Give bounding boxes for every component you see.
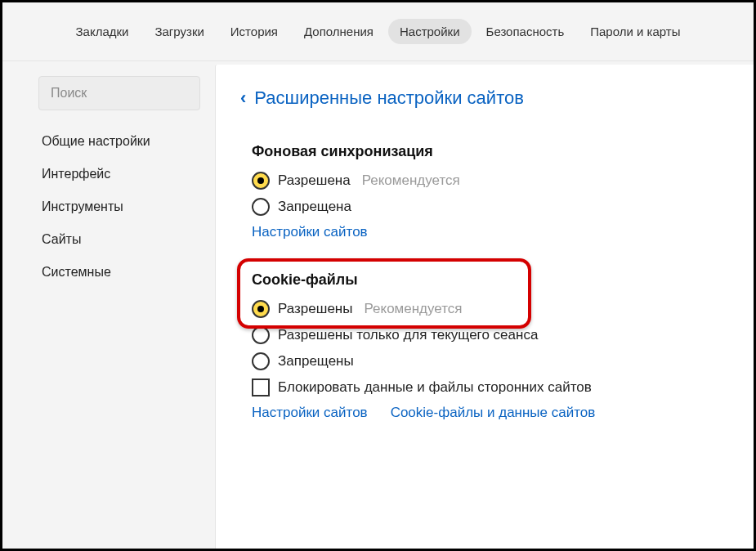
radio-icon <box>252 198 270 216</box>
settings-main: ‹ Расширенные настройки сайтов Фоновая с… <box>215 65 754 549</box>
bg-sync-denied-label: Запрещена <box>278 199 351 215</box>
sidebar-item-sites[interactable]: Сайты <box>38 223 200 256</box>
bg-sync-sites-link[interactable]: Настройки сайтов <box>252 224 368 240</box>
section-cookies: Cookie-файлы Разрешены Рекомендуется Раз… <box>252 271 729 421</box>
sidebar-item-system[interactable]: Системные <box>38 256 200 289</box>
tab-history[interactable]: История <box>219 19 289 44</box>
sidebar-item-interface[interactable]: Интерфейс <box>38 158 200 190</box>
bg-sync-denied-row[interactable]: Запрещена <box>252 198 729 216</box>
tab-bookmarks[interactable]: Закладки <box>65 19 141 44</box>
radio-icon <box>252 300 270 318</box>
cookies-sites-link[interactable]: Настройки сайтов <box>252 405 368 421</box>
settings-sidebar: Общие настройки Интерфейс Инструменты Са… <box>2 65 215 549</box>
cookies-session-label: Разрешены только для текущего сеанса <box>278 327 538 343</box>
bg-sync-allowed-row[interactable]: Разрешена Рекомендуется <box>252 172 729 190</box>
bg-sync-allowed-hint: Рекомендуется <box>362 172 460 189</box>
tab-downloads[interactable]: Загрузки <box>143 19 215 44</box>
cookies-block3p-row[interactable]: Блокировать данные и файлы сторонних сай… <box>252 379 729 396</box>
cookies-session-row[interactable]: Разрешены только для текущего сеанса <box>252 326 729 344</box>
radio-icon <box>252 172 270 190</box>
tab-security[interactable]: Безопасность <box>475 19 576 44</box>
bg-sync-title: Фоновая синхронизация <box>252 143 729 160</box>
tab-settings[interactable]: Настройки <box>388 19 472 44</box>
search-input[interactable] <box>38 76 200 110</box>
cookies-denied-row[interactable]: Запрещены <box>252 352 729 370</box>
section-bg-sync: Фоновая синхронизация Разрешена Рекоменд… <box>252 143 729 240</box>
highlight-callout <box>237 258 531 329</box>
tab-passwords[interactable]: Пароли и карты <box>579 19 691 44</box>
back-link[interactable]: ‹ Расширенные настройки сайтов <box>240 87 729 109</box>
sidebar-item-tools[interactable]: Инструменты <box>38 190 200 223</box>
checkbox-icon <box>252 379 270 396</box>
cookies-block3p-label: Блокировать данные и файлы сторонних сай… <box>278 379 592 396</box>
radio-icon <box>252 352 270 370</box>
cookies-denied-label: Запрещены <box>278 353 354 370</box>
bg-sync-allowed-label: Разрешена <box>278 172 351 189</box>
radio-icon <box>252 326 270 344</box>
cookies-allowed-row[interactable]: Разрешены Рекомендуется <box>252 300 729 318</box>
tab-addons[interactable]: Дополнения <box>293 19 385 44</box>
page-title: Расширенные настройки сайтов <box>254 87 524 109</box>
chevron-left-icon: ‹ <box>240 89 246 107</box>
cookies-data-link[interactable]: Cookie-файлы и данные сайтов <box>391 405 596 421</box>
sidebar-item-general[interactable]: Общие настройки <box>38 125 200 158</box>
top-nav: Закладки Загрузки История Дополнения Нас… <box>2 2 754 61</box>
cookies-title: Cookie-файлы <box>252 271 729 289</box>
cookies-allowed-hint: Рекомендуется <box>364 301 462 317</box>
cookies-allowed-label: Разрешены <box>278 301 352 317</box>
